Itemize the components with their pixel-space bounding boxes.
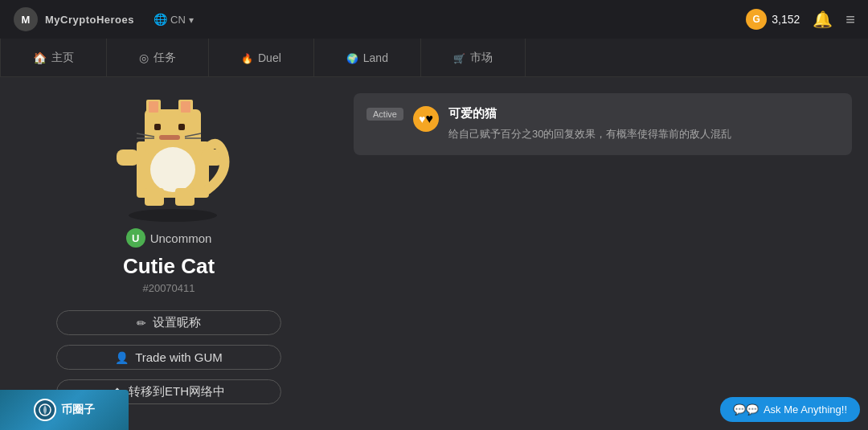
character-name: Cutie Cat <box>123 254 215 279</box>
duel-icon <box>241 51 253 64</box>
svg-point-20 <box>129 209 217 222</box>
svg-rect-10 <box>159 135 180 140</box>
nav-left: M MyCryptoHeroes CN <box>13 6 194 32</box>
svg-rect-19 <box>175 188 194 206</box>
skill-info: 可爱的猫 给自己赋予百分之30的回复效果，有概率使得靠前的敌人混乱 <box>448 106 839 142</box>
lang-label: CN <box>170 14 186 26</box>
lang-selector[interactable]: CN <box>154 13 194 26</box>
top-nav: M MyCryptoHeroes CN G 3,152 🔔 ≡ <box>0 0 868 39</box>
transfer-eth-label: 转移到ETH网络中 <box>129 384 225 399</box>
svg-rect-18 <box>145 188 164 206</box>
svg-rect-9 <box>178 124 185 130</box>
skill-name: 可爱的猫 <box>448 106 839 121</box>
watermark-icon <box>34 399 56 421</box>
sub-nav: 主页 任务 Duel Land 市场 <box>0 39 868 77</box>
svg-rect-8 <box>154 124 161 130</box>
svg-text:M: M <box>22 14 31 26</box>
ask-btn-label: Ask Me Anything!! <box>764 403 847 416</box>
svg-rect-6 <box>149 101 158 113</box>
market-icon <box>453 51 465 64</box>
active-badge: Active <box>366 108 403 121</box>
nav-duel[interactable]: Duel <box>209 39 314 76</box>
task-icon <box>139 51 149 64</box>
nav-task[interactable]: 任务 <box>107 39 209 76</box>
watermark-text: 币圈子 <box>61 403 95 417</box>
svg-rect-16 <box>117 149 139 166</box>
character-image-area <box>68 85 269 222</box>
land-label: Land <box>363 51 388 64</box>
home-icon <box>33 51 47 64</box>
bell-icon[interactable]: 🔔 <box>813 10 833 29</box>
rarity-badge: U Uncommon <box>126 228 212 248</box>
chat-icon: 💬 <box>733 403 759 416</box>
skill-icon-wrapper: ♥ <box>413 106 439 132</box>
app-title: MyCryptoHeroes <box>45 14 134 26</box>
main-content: U Uncommon Cutie Cat #20070411 设置昵称 Trad… <box>0 77 868 430</box>
chevron-down-icon <box>189 14 194 26</box>
task-label: 任务 <box>154 51 176 65</box>
trade-with-gum-button[interactable]: Trade with GUM <box>56 345 281 370</box>
left-panel: U Uncommon Cutie Cat #20070411 设置昵称 Trad… <box>0 77 338 430</box>
land-icon <box>346 51 358 64</box>
gum-icon: G <box>746 9 767 30</box>
trade-gum-label: Trade with GUM <box>135 350 223 364</box>
trade-icon <box>115 350 129 365</box>
set-nickname-button[interactable]: 设置昵称 <box>56 310 281 335</box>
skill-card: Active ♥ 可爱的猫 给自己赋予百分之30的回复效果，有概率使得靠前的敌人… <box>354 93 852 155</box>
set-nickname-label: 设置昵称 <box>153 315 201 330</box>
edit-icon <box>137 316 146 330</box>
heart-icon: ♥ <box>419 112 433 126</box>
svg-rect-3 <box>145 109 201 154</box>
nav-land[interactable]: Land <box>314 39 421 76</box>
svg-point-15 <box>150 147 195 192</box>
nav-market[interactable]: 市场 <box>421 39 526 76</box>
globe-icon <box>154 13 167 26</box>
home-label: 主页 <box>51 51 74 65</box>
nav-right: G 3,152 🔔 ≡ <box>746 9 855 30</box>
rarity-icon: U <box>126 228 145 248</box>
skill-description: 给自己赋予百分之30的回复效果，有概率使得靠前的敌人混乱 <box>448 126 839 142</box>
rarity-letter: U <box>132 232 139 244</box>
hamburger-menu-icon[interactable]: ≡ <box>845 10 855 29</box>
logo-icon: M <box>13 6 39 32</box>
rarity-name: Uncommon <box>150 231 212 245</box>
svg-rect-7 <box>181 101 190 113</box>
watermark: 币圈子 <box>0 390 129 430</box>
ask-me-anything-button[interactable]: 💬 Ask Me Anything!! <box>720 397 860 422</box>
duel-label: Duel <box>258 51 281 64</box>
character-sprite <box>88 85 249 222</box>
nav-home[interactable]: 主页 <box>0 39 107 76</box>
balance-amount: 3,152 <box>772 13 800 26</box>
character-id: #20070411 <box>142 282 194 294</box>
market-label: 市场 <box>470 51 493 65</box>
gum-balance: G 3,152 <box>746 9 800 30</box>
right-panel: Active ♥ 可爱的猫 给自己赋予百分之30的回复效果，有概率使得靠前的敌人… <box>338 77 868 430</box>
